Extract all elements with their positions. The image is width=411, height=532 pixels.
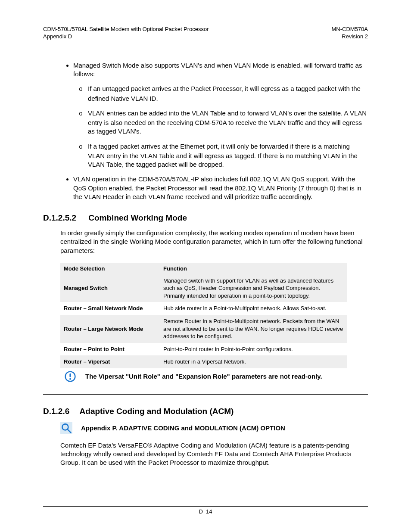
mode-label: Router – Vipersat xyxy=(60,355,160,368)
mode-label: Router – Large Network Mode xyxy=(60,315,160,343)
mode-label: Router – Point to Point xyxy=(60,343,160,356)
sub-bullet-item: If an untagged packet arrives at the Pac… xyxy=(88,84,368,103)
section-title: Combined Working Mode xyxy=(88,213,187,222)
bullet-item: VLAN operation in the CDM-570A/570AL-IP … xyxy=(73,175,368,201)
section-number: D.1.2.6 xyxy=(43,407,78,416)
mode-table: Mode Selection Function Managed Switch M… xyxy=(60,263,347,368)
svg-rect-1 xyxy=(69,373,71,377)
mode-function: Point-to-Point router in Point-to-Point … xyxy=(160,343,347,356)
note-callout: The Vipersat "Unit Role" and "Expansion … xyxy=(65,371,368,382)
alert-icon xyxy=(65,371,76,382)
table-row: Router – Point to Point Point-to-Point r… xyxy=(60,343,347,356)
mode-function: Hub router in a Vipersat Network. xyxy=(160,355,347,368)
section-heading: D.1.2.6 Adaptive Coding and Modulation (… xyxy=(43,407,368,416)
page-header: CDM-570L/570AL Satellite Modem with Opti… xyxy=(43,26,368,40)
reference-callout: Appendix P. ADAPTIVE CODING and MODULATI… xyxy=(60,422,368,434)
header-revision: Revision 2 xyxy=(331,33,368,40)
page-footer: D–14 xyxy=(43,506,368,515)
mode-function: Hub side router in a Point-to-Multipoint… xyxy=(160,302,347,315)
section-divider xyxy=(43,394,368,395)
bullet-text: Managed Switch Mode also supports VLAN's… xyxy=(73,62,362,78)
section-number: D.1.2.5.2 xyxy=(43,213,86,223)
reference-text: Appendix P. ADAPTIVE CODING and MODULATI… xyxy=(81,424,285,432)
section-heading: D.1.2.5.2 Combined Working Mode xyxy=(43,213,368,223)
sub-bullet-list: If an untagged packet arrives at the Pac… xyxy=(73,84,368,169)
sub-bullet-item: VLAN entries can be added into the VLAN … xyxy=(88,109,368,136)
mode-label: Managed Switch xyxy=(60,274,160,302)
mode-function: Remote Router in a Point-to-Multipoint n… xyxy=(160,315,347,343)
section-paragraph: Comtech EF Data's VersaFEC® Adaptive Cod… xyxy=(60,441,368,467)
svg-point-2 xyxy=(69,378,71,380)
section-intro: In order greatly simply the configuratio… xyxy=(60,229,368,255)
magnifier-icon xyxy=(60,422,72,434)
header-doc-title: CDM-570L/570AL Satellite Modem with Opti… xyxy=(43,26,209,33)
table-header-function: Function xyxy=(160,263,347,274)
sub-bullet-item: If a tagged packet arrives at the Ethern… xyxy=(88,142,368,169)
table-row: Router – Vipersat Hub router in a Vipers… xyxy=(60,355,347,368)
table-row: Router – Small Network Mode Hub side rou… xyxy=(60,302,347,315)
table-header-mode: Mode Selection xyxy=(60,263,160,274)
table-header-row: Mode Selection Function xyxy=(60,263,347,274)
table-row: Managed Switch Managed switch with suppo… xyxy=(60,274,347,302)
mode-function: Managed switch with support for VLAN as … xyxy=(160,274,347,302)
header-doc-number: MN-CDM570A xyxy=(331,26,368,33)
section-title: Adaptive Coding and Modulation (ACM) xyxy=(80,407,234,416)
table-row: Router – Large Network Mode Remote Route… xyxy=(60,315,347,343)
header-appendix: Appendix D xyxy=(43,33,209,40)
bullet-item: Managed Switch Mode also supports VLAN's… xyxy=(73,61,368,169)
bullet-list: Managed Switch Mode also supports VLAN's… xyxy=(43,61,368,201)
note-text: The Vipersat "Unit Role" and "Expansion … xyxy=(85,373,322,380)
mode-label: Router – Small Network Mode xyxy=(60,302,160,315)
